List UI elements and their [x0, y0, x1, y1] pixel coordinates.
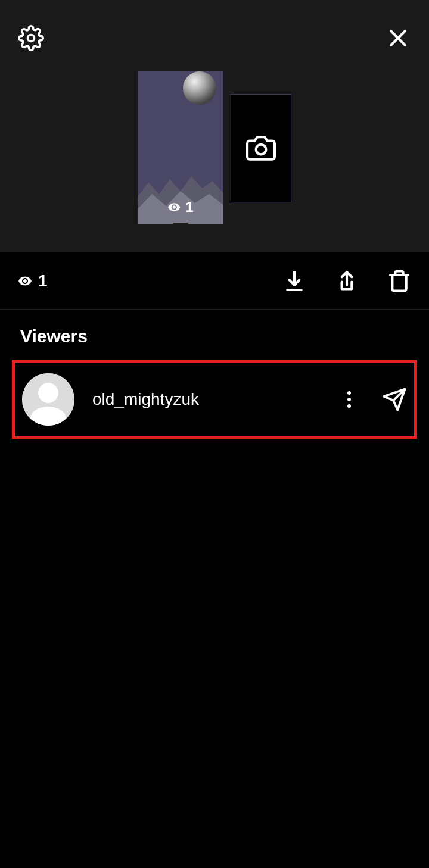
header-icons — [0, 24, 429, 52]
avatar[interactable] — [22, 373, 74, 426]
close-button[interactable] — [384, 24, 412, 52]
story-thumbnail-view-count: 1 — [167, 199, 193, 216]
viewers-title: Viewers — [20, 326, 409, 346]
send-message-button[interactable] — [382, 387, 407, 412]
download-button[interactable] — [282, 269, 306, 293]
share-button[interactable] — [335, 269, 359, 293]
share-icon — [335, 269, 359, 293]
viewer-username[interactable]: old_mightyzuk — [92, 390, 340, 409]
delete-button[interactable] — [387, 269, 411, 293]
viewer-row[interactable]: old_mightyzuk — [12, 360, 417, 439]
story-thumbnails: 1 — [138, 71, 291, 224]
more-options-button[interactable] — [340, 388, 358, 411]
story-preview-section: 1 — [0, 0, 429, 252]
settings-button[interactable] — [17, 24, 45, 52]
eye-icon — [18, 274, 32, 288]
moon-graphic — [183, 71, 216, 105]
thumbnail-view-count-number: 1 — [185, 199, 193, 216]
view-count-number: 1 — [38, 271, 48, 291]
action-bar: 1 — [0, 252, 429, 310]
svg-point-0 — [28, 35, 35, 42]
send-icon — [382, 387, 407, 412]
camera-icon — [246, 133, 276, 163]
trash-icon — [387, 269, 411, 293]
pointer-arrow — [172, 223, 189, 224]
add-story-button[interactable] — [231, 94, 291, 202]
settings-icon — [18, 25, 44, 51]
viewer-actions — [340, 387, 407, 412]
svg-point-5 — [256, 145, 266, 155]
eye-icon — [167, 201, 181, 214]
download-icon — [282, 269, 306, 293]
viewers-section: Viewers old_mightyzuk — [0, 310, 429, 439]
more-icon — [347, 391, 351, 395]
story-thumbnail-active[interactable]: 1 — [138, 71, 223, 224]
avatar-placeholder — [22, 373, 74, 426]
view-count-display: 1 — [18, 271, 282, 291]
action-icons-group — [282, 269, 411, 293]
close-icon — [386, 26, 410, 50]
